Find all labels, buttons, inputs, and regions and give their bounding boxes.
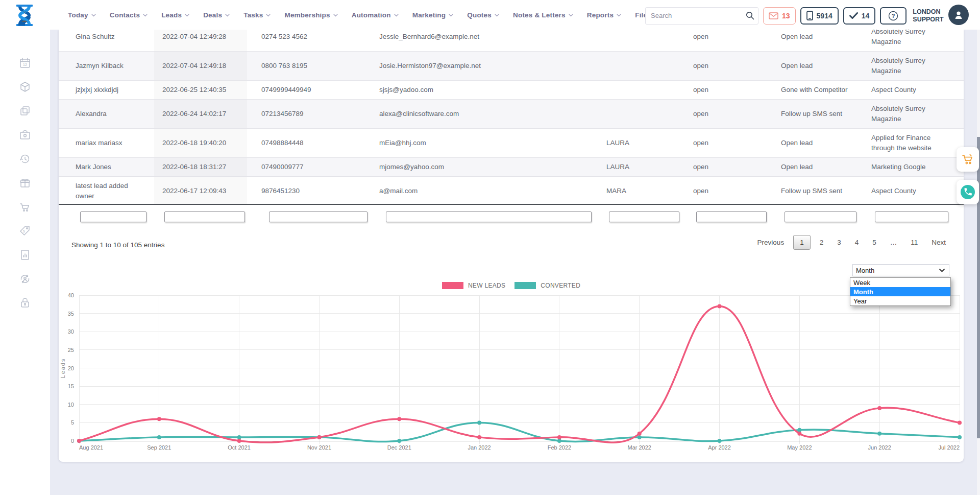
sidebar-item-copy[interactable] — [19, 105, 31, 117]
cell-email: alexa@clinicsoftware.com — [371, 100, 598, 129]
period-option[interactable]: Week — [850, 278, 950, 287]
svg-text:30: 30 — [68, 328, 74, 335]
nav-item[interactable]: Deals — [203, 11, 230, 19]
entries-info: Showing 1 to 10 of 105 entries — [71, 241, 164, 249]
next-page-button[interactable]: Next — [927, 235, 950, 250]
nav-item[interactable]: Leads — [161, 11, 189, 19]
column-filter-input[interactable] — [696, 211, 767, 222]
sidebar-item-history[interactable] — [19, 153, 31, 165]
sidebar-item-price-tag[interactable]: $ — [19, 225, 31, 237]
nav-item[interactable]: Marketing — [412, 11, 454, 19]
package-icon — [19, 81, 31, 93]
column-filter-input[interactable] — [386, 211, 592, 222]
cell-email: Josie.Hermiston97@example.net — [371, 52, 598, 81]
table-row[interactable]: Alexandra 2022-06-24 14:02:17 0721345678… — [59, 100, 964, 129]
previous-page-button[interactable]: Previous — [753, 235, 789, 250]
table-row[interactable]: Gina Schultz 2022-07-04 12:49:28 0274 52… — [59, 30, 964, 52]
column-filter-input[interactable] — [609, 211, 679, 222]
cell-email: sjsjs@yadoo.com — [371, 81, 598, 100]
messages-badge[interactable]: 13 — [763, 7, 796, 25]
cell-owner — [598, 100, 685, 129]
table-row[interactable]: latest lead added owner 2022-06-17 12:09… — [59, 177, 964, 205]
cart-icon — [961, 153, 974, 166]
svg-text:20: 20 — [68, 365, 74, 371]
svg-text:Aug 2021: Aug 2021 — [79, 444, 103, 451]
floating-cart-button[interactable] — [957, 147, 979, 172]
sidebar-item-reports[interactable] — [19, 249, 31, 261]
chevron-down-icon — [91, 14, 96, 17]
cell-phone: 0749999449949 — [247, 81, 371, 100]
nav-item[interactable]: Today — [68, 11, 96, 19]
sidebar-item-calendar[interactable]: 12 — [19, 57, 31, 69]
column-filter-input[interactable] — [80, 211, 146, 222]
svg-text:12: 12 — [23, 63, 27, 66]
cell-created: 2022-06-18 19:40:20 — [154, 129, 247, 158]
period-option[interactable]: Year — [850, 296, 950, 305]
nav-item[interactable]: Reports — [587, 11, 621, 19]
search-input[interactable] — [646, 12, 746, 19]
svg-text:Jan 2022: Jan 2022 — [468, 444, 491, 451]
cell-source: Marketing Google — [863, 158, 964, 177]
sidebar-item-lock[interactable] — [19, 297, 31, 309]
sidebar-item-cart[interactable] — [19, 201, 31, 213]
table-row[interactable]: mariax mariasx 2022-06-18 19:40:20 07498… — [59, 129, 964, 158]
nav-item[interactable]: Quotes — [467, 11, 499, 19]
column-filter-input[interactable] — [875, 211, 948, 222]
period-dropdown: WeekMonthYear — [850, 277, 951, 306]
cell-created: 2022-06-18 18:31:27 — [154, 158, 247, 177]
tasks-badge[interactable]: 14 — [843, 7, 876, 25]
svg-text:5: 5 — [71, 419, 74, 426]
svg-text:Jul 2022: Jul 2022 — [938, 444, 960, 451]
cell-lead-status: Open lead — [773, 30, 863, 52]
nav-item-label: Marketing — [412, 11, 446, 19]
chart-legend: NEW LEADS CONVERTED — [59, 282, 964, 289]
app-logo[interactable] — [13, 4, 36, 27]
calls-count: 5914 — [817, 12, 832, 20]
cell-created: 2022-06-25 12:40:35 — [154, 81, 247, 100]
nav-item[interactable]: Tasks — [243, 11, 271, 19]
table-row[interactable]: jzjxjxj xkxkdjdj 2022-06-25 12:40:35 074… — [59, 81, 964, 100]
page-number[interactable]: 11 — [906, 235, 922, 250]
table-row[interactable]: Jazmyn Kilback 2022-07-04 12:49:18 0800 … — [59, 52, 964, 81]
nav-item-label: Contacts — [110, 11, 140, 19]
sidebar-item-gift[interactable] — [19, 177, 31, 189]
svg-text:Leads: Leads — [60, 358, 66, 379]
page-number[interactable]: 2 — [815, 235, 828, 250]
nav-item[interactable]: Automation — [352, 11, 399, 19]
help-badge[interactable]: ? — [880, 7, 906, 25]
svg-text:$: $ — [23, 229, 25, 233]
sidebar-item-wallet[interactable] — [19, 129, 31, 141]
user-avatar[interactable] — [948, 5, 969, 25]
calls-badge[interactable]: 5914 — [800, 7, 839, 25]
search-icon[interactable] — [746, 11, 754, 20]
table-row[interactable]: Mark Jones 2022-06-18 18:31:27 074900097… — [59, 158, 964, 177]
nav-item[interactable]: Notes & Letters — [513, 11, 573, 19]
chevron-down-icon — [569, 14, 573, 17]
nav-item[interactable]: Memberships — [284, 11, 337, 19]
cell-status: open — [685, 81, 773, 100]
cell-email: a@mail.com — [371, 177, 598, 205]
legend-item[interactable]: NEW LEADS — [442, 282, 505, 289]
sidebar-item-account-sync[interactable] — [19, 273, 31, 285]
pagination: Previous 12345…11 Next — [753, 235, 950, 250]
page-number[interactable]: 4 — [850, 235, 864, 250]
column-filter-input[interactable] — [269, 211, 368, 222]
sidebar-item-package[interactable] — [19, 81, 31, 93]
cell-phone: 07213456789 — [247, 100, 371, 129]
page-number[interactable]: 3 — [832, 235, 846, 250]
cell-name: Mark Jones — [59, 158, 154, 177]
floating-phone-button[interactable] — [957, 180, 979, 204]
page-number[interactable]: 5 — [868, 235, 881, 250]
nav-item[interactable]: Contacts — [110, 11, 148, 19]
svg-text:?: ? — [892, 13, 895, 19]
main-nav: Today Contacts Leads Deals Tasks — [68, 0, 659, 30]
chevron-down-icon — [449, 14, 453, 17]
cell-owner: MARA — [598, 177, 685, 205]
period-select[interactable]: Month — [852, 264, 949, 276]
column-filter-input[interactable] — [785, 211, 856, 222]
column-filter-input[interactable] — [164, 211, 245, 222]
page-number[interactable]: 1 — [793, 235, 811, 250]
cell-lead-status: Open lead — [773, 158, 863, 177]
period-option[interactable]: Month — [850, 287, 950, 296]
legend-item[interactable]: CONVERTED — [514, 282, 580, 289]
